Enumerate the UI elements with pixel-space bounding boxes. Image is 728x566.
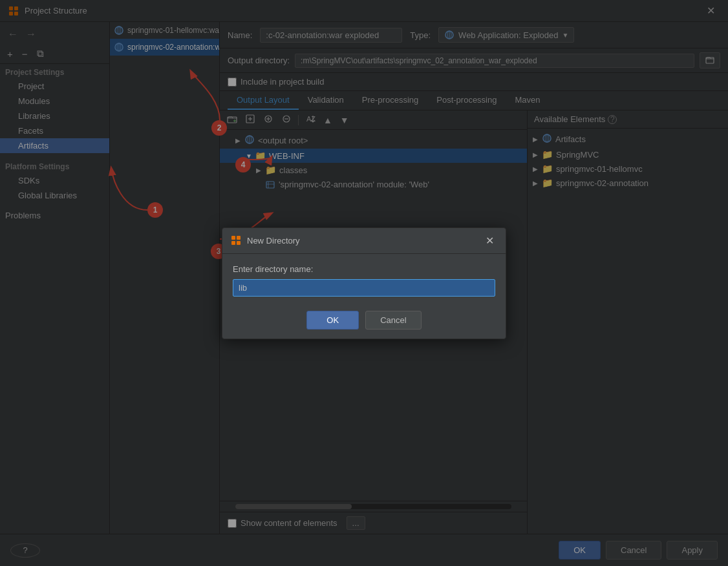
modal-app-icon	[230, 235, 242, 246]
svg-rect-36	[231, 236, 235, 240]
modal-title-bar: New Directory ✕	[222, 228, 506, 254]
modal-label: Enter directory name:	[233, 264, 495, 274]
modal-footer: OK Cancel	[222, 304, 506, 339]
modal-overlay[interactable]: New Directory ✕ Enter directory name: OK…	[0, 0, 728, 566]
svg-rect-39	[237, 241, 241, 245]
modal-directory-input[interactable]	[233, 279, 495, 297]
modal-ok-button[interactable]: OK	[306, 311, 359, 330]
modal-title: New Directory	[247, 236, 476, 246]
modal-cancel-button[interactable]: Cancel	[365, 311, 421, 330]
new-directory-dialog: New Directory ✕ Enter directory name: OK…	[222, 227, 506, 339]
modal-body: Enter directory name:	[222, 254, 506, 304]
svg-rect-38	[231, 241, 235, 245]
svg-rect-37	[237, 236, 241, 240]
modal-close-button[interactable]: ✕	[482, 233, 498, 248]
